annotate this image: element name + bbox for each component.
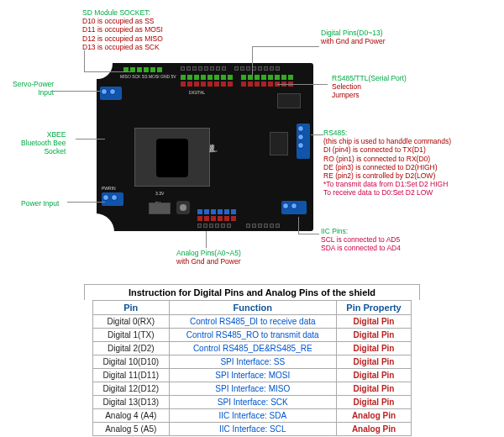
sd-header-label: MISO SCK SS MOSI GND 5V bbox=[120, 74, 176, 79]
rs485-sel-annotation: RS485/TTL(Serial Port) Selection Jumpers bbox=[332, 74, 407, 100]
rs485-terminal bbox=[297, 124, 310, 159]
servo-sub: Input bbox=[13, 88, 54, 97]
cell-pin: Digital 12(D12) bbox=[93, 382, 170, 396]
xbee-socket: 🏁 bbox=[134, 128, 210, 187]
cell-fn: Control RS485_RO to transmit data bbox=[169, 329, 337, 342]
servo-title: Servo-Power bbox=[13, 80, 54, 88]
pins-table: Instruction for Digital Pins and Analog … bbox=[84, 284, 420, 436]
digital-row-a bbox=[181, 66, 280, 71]
cell-pin: Digital 1(TX) bbox=[93, 329, 170, 342]
servo-annotation: Servo-Power Input bbox=[13, 80, 54, 97]
col-pin: Pin bbox=[93, 301, 170, 315]
cell-prop: Digital Pin bbox=[337, 315, 412, 329]
line bbox=[277, 84, 328, 85]
table-row: Digital 1(TX)Control RS485_RO to transmi… bbox=[93, 329, 412, 342]
table-row: Digital 12(D12)SPI Interface: MISODigita… bbox=[93, 382, 412, 396]
line bbox=[311, 134, 323, 135]
rs485-l0: DI (pin4) is connected to TX(D1) bbox=[323, 145, 451, 154]
cell-prop: Digital Pin bbox=[337, 382, 412, 396]
cell-pin: Digital 11(D11) bbox=[93, 369, 170, 382]
table-row: Digital 2(D2)Control RS485_DE&RS485_REDi… bbox=[93, 342, 412, 355]
rs485-chip bbox=[270, 132, 288, 155]
power-header bbox=[246, 224, 280, 228]
logo-text: 🏁 bbox=[209, 144, 218, 153]
sd-l0: D10 is occupied as SS bbox=[82, 17, 163, 25]
cell-pin: Analog 4 (A4) bbox=[93, 409, 170, 423]
sd-l1: D11 is occupied as MOSI bbox=[82, 25, 163, 34]
line bbox=[84, 71, 130, 72]
xbee-title: XBEE bbox=[21, 130, 66, 139]
sd-l3: D13 is occupied as SCK bbox=[82, 43, 163, 51]
rs485-note: (this chip is used to handdle commands) bbox=[323, 137, 451, 145]
analog-annotation: Analog Pins(A0~A5) with Gnd and Power bbox=[176, 249, 241, 266]
line bbox=[206, 231, 207, 248]
sd-socket-annotation: SD Module SOCKET: D10 is occupied as SS … bbox=[82, 8, 163, 51]
rs485-annotation: RS485: (this chip is used to handdle com… bbox=[323, 129, 451, 197]
digital-pins-annotation: Digital Pins(D0~13) with Gnd and Power bbox=[321, 29, 386, 45]
cell-fn: SPI Interface: SS bbox=[169, 355, 337, 369]
col-prop: Pin Property bbox=[337, 301, 412, 315]
33-label: 3.3V bbox=[155, 191, 164, 196]
cell-fn: SPI Interface: MOSI bbox=[169, 369, 337, 382]
cell-prop: Digital Pin bbox=[337, 396, 412, 409]
cell-fn: IIC Interface: SCL bbox=[169, 423, 337, 436]
iic-title: IIC Pins: bbox=[321, 227, 401, 235]
cell-fn: SPI Interface: MISO bbox=[169, 382, 337, 396]
line bbox=[298, 217, 299, 234]
line bbox=[67, 202, 105, 203]
digital-row-b bbox=[181, 75, 293, 80]
cell-pin: Digital 2(D2) bbox=[93, 342, 170, 355]
digital-title: Digital Pins(D0~13) bbox=[321, 29, 386, 37]
xbee-sub: Bluetooth Bee bbox=[21, 139, 66, 147]
sd-title: SD Module SOCKET: bbox=[82, 8, 163, 17]
analog-title: Analog Pins(A0~A5) bbox=[176, 249, 241, 257]
table-title: Instruction for Digital Pins and Analog … bbox=[84, 284, 420, 300]
iic-terminal bbox=[281, 201, 307, 214]
rs485sel-sub2: Jumpers bbox=[332, 91, 407, 99]
iic-sda: SDA is connected to AD4 bbox=[321, 244, 401, 252]
rs485-l3: RE (pin2) is controlled by D2(LOW) bbox=[323, 171, 451, 180]
rs485-l2: DE (pin3) is connected to D2(HIGH) bbox=[323, 163, 451, 171]
cell-prop: Analog Pin bbox=[337, 409, 412, 423]
digital-row-c bbox=[181, 82, 293, 87]
cell-prop: Digital Pin bbox=[337, 329, 412, 342]
line bbox=[84, 50, 85, 71]
line bbox=[252, 46, 319, 47]
xbee-sub2: Socket bbox=[21, 147, 66, 155]
analog-sub: with Gnd and Power bbox=[176, 257, 241, 266]
rs485-l1: RO (pin1) is connected to RX(D0) bbox=[323, 155, 451, 163]
iic-annotation: IIC Pins: SCL is connected to AD5 SDA is… bbox=[321, 227, 401, 253]
col-fn: Function bbox=[169, 301, 337, 315]
power-in-annotation: Power Input bbox=[21, 199, 59, 208]
reset-button bbox=[176, 201, 190, 214]
cell-prop: Digital Pin bbox=[337, 369, 412, 382]
sd-l2: D12 is occupied as MISO bbox=[82, 34, 163, 43]
power-in-terminal bbox=[102, 192, 123, 206]
rs485sel-title: RS485/TTL(Serial Port) bbox=[332, 74, 407, 82]
cell-prop: Digital Pin bbox=[337, 342, 412, 355]
cell-fn: Control RS485_DI to receive data bbox=[169, 315, 337, 329]
line bbox=[252, 46, 253, 76]
rs485-jumper-block bbox=[277, 93, 301, 108]
table-row: Digital 11(D11)SPI Interface: MOSIDigita… bbox=[93, 369, 412, 382]
cell-pin: Digital 0(RX) bbox=[93, 315, 170, 329]
analog-row-a bbox=[197, 209, 236, 214]
table-row: Digital 10(D10)SPI Interface: SSDigital … bbox=[93, 355, 412, 369]
line bbox=[298, 234, 319, 234]
line bbox=[76, 139, 105, 140]
cell-pin: Digital 13(D13) bbox=[93, 396, 170, 409]
digital-sub: with Gnd and Power bbox=[321, 37, 386, 45]
digital-label: DIGITAL bbox=[189, 90, 205, 95]
rs485-title: RS485: bbox=[323, 129, 451, 137]
analog-row-b bbox=[197, 216, 236, 221]
pwin-title: Power Input bbox=[21, 199, 59, 208]
cell-fn: Control RS485_DE&RS485_RE bbox=[169, 342, 337, 355]
rs485-rx: To receive data to D0:Set D2 LOW bbox=[323, 188, 451, 197]
servo-terminal bbox=[100, 87, 122, 100]
rs485sel-sub: Selection bbox=[332, 82, 407, 91]
cell-pin: Analog 5 (A5) bbox=[93, 423, 170, 436]
cell-prop: Analog Pin bbox=[337, 423, 412, 436]
cell-fn: IIC Interface: SDA bbox=[169, 409, 337, 423]
cell-pin: Digital 10(D10) bbox=[93, 355, 170, 369]
table-row: Analog 5 (A5)IIC Interface: SCLAnalog Pi… bbox=[93, 423, 412, 436]
